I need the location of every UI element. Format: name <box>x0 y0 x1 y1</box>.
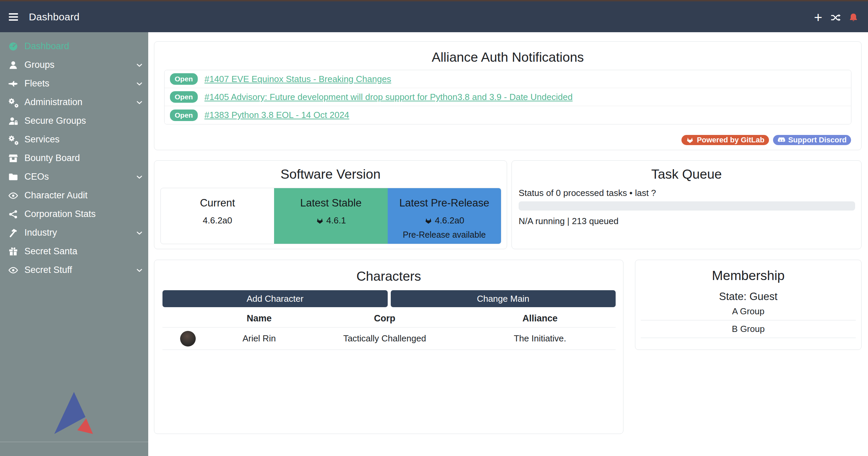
eye-icon <box>7 190 19 201</box>
chevron-down-icon <box>135 80 143 88</box>
list-item: B Group <box>641 320 856 338</box>
sidebar-item-label: Bounty Board <box>24 153 143 163</box>
membership-state: State: Guest <box>635 291 861 303</box>
share-icon <box>7 209 19 220</box>
sidebar-item-label: Dashboard <box>24 41 143 52</box>
characters-panel: Characters Add Character Change Main Nam… <box>154 260 623 434</box>
chevron-down-icon <box>135 61 143 69</box>
characters-title: Characters <box>154 269 623 284</box>
notification-link[interactable]: #1407 EVE Equinox Status - Breaking Chan… <box>205 74 391 84</box>
sidebar-item-industry[interactable]: Industry <box>0 223 148 242</box>
gauge-icon <box>7 41 19 52</box>
notifications-list: Open #1407 EVE Equinox Status - Breaking… <box>164 70 851 124</box>
sidebar-item-groups[interactable]: Groups <box>0 56 148 74</box>
task-queue-status: Status of 0 processed tasks • last ? <box>519 188 656 198</box>
sidebar-item-label: Character Audit <box>24 190 143 201</box>
sidebar-item-fleets[interactable]: Fleets <box>0 74 148 93</box>
gears-icon <box>7 97 19 108</box>
eye-icon <box>7 265 19 276</box>
sidebar-item-label: Secure Groups <box>24 116 143 126</box>
sidebar-item-label: Fleets <box>24 78 135 89</box>
sidebar: Dashboard Groups Fleets Administration <box>0 32 148 456</box>
chevron-down-icon <box>135 266 143 274</box>
chevron-down-icon <box>135 173 143 181</box>
shuffle-icon[interactable] <box>831 13 841 23</box>
header-alliance: Alliance <box>464 313 616 324</box>
gitlab-icon <box>424 217 432 224</box>
version-cell-prerelease: Latest Pre-Release 4.6.2a0 Pre-Release a… <box>388 188 501 244</box>
change-main-button[interactable]: Change Main <box>391 290 616 307</box>
version-heading: Current <box>161 197 274 209</box>
version-strip: Current 4.6.2a0 Latest Stable 4.6.1 Late… <box>160 188 501 244</box>
gitlab-badge-label: Powered by GitLab <box>697 136 764 144</box>
sidebar-item-character-audit[interactable]: Character Audit <box>0 186 148 205</box>
fighter-jet-icon <box>7 78 19 89</box>
sidebar-item-label: Corporation Stats <box>24 209 143 219</box>
sidebar-item-administration[interactable]: Administration <box>0 93 148 112</box>
version-heading: Latest Pre-Release <box>388 197 501 209</box>
sidebar-user-panel[interactable]: Ariel Rin Tactically Challenged The Init… <box>0 442 148 456</box>
gift-icon <box>7 246 19 257</box>
alliance-logo <box>50 389 98 437</box>
sidebar-item-secret-santa[interactable]: Secret Santa <box>0 242 148 261</box>
notification-link[interactable]: #1383 Python 3.8 EOL - 14 Oct 2024 <box>205 110 349 120</box>
list-item: A Group <box>641 303 856 320</box>
task-queue-title: Task Queue <box>512 167 861 182</box>
folder-icon <box>7 172 19 182</box>
sidebar-item-bounty-board[interactable]: Bounty Board <box>0 149 148 167</box>
status-badge: Open <box>170 91 198 103</box>
hammer-icon <box>7 227 19 238</box>
software-version-panel: Software Version Current 4.6.2a0 Latest … <box>154 160 507 249</box>
hamburger-icon[interactable] <box>9 12 18 22</box>
sidebar-item-label: Secret Santa <box>24 246 143 257</box>
membership-panel: Membership State: Guest A Group B Group <box>635 260 862 350</box>
version-number: 4.6.2a0 <box>203 215 232 226</box>
table-row: Ariel Rin Tactically Challenged The Init… <box>162 327 616 350</box>
gears-icon <box>7 134 19 145</box>
page-title: Dashboard <box>29 11 79 23</box>
sidebar-item-label: Industry <box>24 227 135 238</box>
user-icon <box>7 60 19 71</box>
notification-row: Open #1407 EVE Equinox Status - Breaking… <box>165 70 851 88</box>
sidebar-item-corporation-stats[interactable]: Corporation Stats <box>0 205 148 223</box>
notifications-title: Alliance Auth Notifications <box>154 50 861 65</box>
character-name: Ariel Rin <box>213 333 305 344</box>
user-lock-icon <box>7 116 19 126</box>
sidebar-item-secret-stuff[interactable]: Secret Stuff <box>0 261 148 279</box>
header-name: Name <box>213 313 305 324</box>
alliance-auth-dashboard: Dashboard + Dashboard Groups Fleets <box>0 0 868 456</box>
task-queue-panel: Task Queue Status of 0 processed tasks •… <box>512 160 862 249</box>
plus-icon[interactable]: + <box>813 13 823 23</box>
sidebar-item-label: Groups <box>24 60 135 70</box>
sidebar-item-ceos[interactable]: CEOs <box>0 167 148 186</box>
gitlab-badge[interactable]: Powered by GitLab <box>681 135 769 145</box>
sidebar-item-label: Administration <box>24 97 135 107</box>
version-note: Pre-Release available <box>388 230 501 240</box>
discord-badge-label: Support Discord <box>788 136 847 144</box>
add-character-button[interactable]: Add Character <box>162 290 388 307</box>
status-badge: Open <box>170 110 198 121</box>
notification-link[interactable]: #1405 Advisory: Future development will … <box>205 92 573 102</box>
discord-icon <box>777 136 786 144</box>
sidebar-item-secure-groups[interactable]: Secure Groups <box>0 112 148 130</box>
notifications-panel: Alliance Auth Notifications Open #1407 E… <box>154 41 862 150</box>
chevron-down-icon <box>135 98 143 106</box>
sidebar-item-label: CEOs <box>24 172 135 182</box>
characters-table: Name Corp Alliance Ariel Rin Tactically … <box>162 310 616 350</box>
character-alliance: The Initiative. <box>464 333 616 344</box>
version-heading: Latest Stable <box>274 197 387 209</box>
task-queue-progress-bar <box>519 201 855 211</box>
sidebar-item-dashboard[interactable]: Dashboard <box>0 37 148 56</box>
version-cell-current: Current 4.6.2a0 <box>161 188 274 244</box>
status-badge: Open <box>170 73 198 85</box>
discord-badge[interactable]: Support Discord <box>773 135 851 145</box>
gitlab-icon <box>686 136 694 144</box>
character-portrait <box>180 331 196 346</box>
sidebar-item-services[interactable]: Services <box>0 130 148 149</box>
top-navbar: Dashboard + <box>0 1 868 32</box>
notification-row: Open #1405 Advisory: Future development … <box>165 88 851 106</box>
software-version-title: Software Version <box>154 167 507 182</box>
store-icon <box>7 153 19 164</box>
bell-icon[interactable] <box>848 13 859 23</box>
version-number: 4.6.1 <box>326 215 346 226</box>
